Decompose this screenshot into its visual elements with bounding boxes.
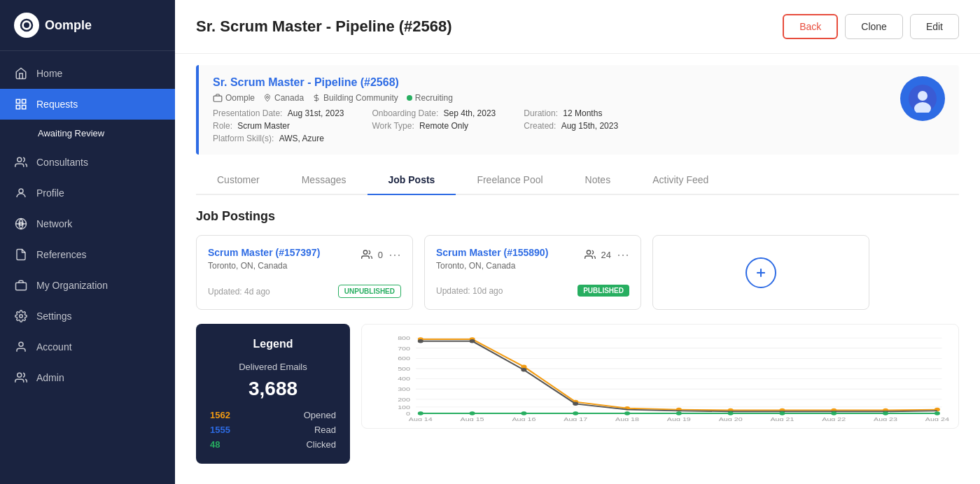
- clicked-label: Clicked: [306, 439, 336, 450]
- sidebar-item-admin[interactable]: Admin: [0, 362, 175, 393]
- svg-point-1: [24, 22, 29, 28]
- sidebar-nav: Home Requests Awaiting Review Consultant…: [0, 51, 175, 484]
- job-card-2: Scrum Master (#155890) Toronto, ON, Cana…: [424, 235, 641, 310]
- sidebar-item-consultants-label: Consultants: [36, 157, 88, 168]
- sidebar-item-admin-label: Admin: [36, 372, 64, 383]
- svg-rect-3: [22, 99, 26, 103]
- sidebar-item-account[interactable]: Account: [0, 332, 175, 362]
- sidebar-item-requests-label: Requests: [36, 99, 78, 110]
- sidebar-item-network-label: Network: [36, 218, 72, 229]
- company-name: Oomple: [225, 93, 255, 103]
- svg-text:600: 600: [398, 356, 410, 362]
- job-card-2-title[interactable]: Scrum Master (#155890): [436, 247, 548, 258]
- svg-text:Aug 22: Aug 22: [822, 417, 846, 421]
- legend-clicked: 48 Clicked: [210, 439, 336, 450]
- presentation-date-label: Presentation Date: Aug 31st, 2023: [213, 108, 344, 118]
- svg-text:Aug 20: Aug 20: [719, 417, 743, 421]
- svg-point-52: [470, 339, 475, 343]
- admin-icon: [14, 371, 28, 385]
- svg-point-14: [267, 97, 269, 99]
- back-button[interactable]: Back: [783, 14, 838, 39]
- location: Canada: [274, 93, 304, 103]
- legend-delivered-count: 3,688: [210, 378, 336, 400]
- svg-text:700: 700: [398, 346, 410, 351]
- svg-point-11: [19, 342, 23, 346]
- svg-text:100: 100: [398, 404, 410, 410]
- svg-point-12: [18, 373, 22, 377]
- svg-point-10: [20, 315, 23, 318]
- read-label: Read: [314, 425, 336, 435]
- onboarding-date-label: Onboarding Date: Sep 4th, 2023: [372, 108, 496, 118]
- job-card-1-footer: Updated: 4d ago UNPUBLISHED: [208, 285, 401, 298]
- legend-opened: 1562 Opened: [210, 410, 336, 420]
- legend-title: Legend: [210, 338, 336, 350]
- tab-notes[interactable]: Notes: [564, 166, 632, 195]
- add-job-card[interactable]: [652, 235, 869, 310]
- clone-button[interactable]: Clone: [845, 14, 903, 39]
- role-label: Role: Scrum Master: [213, 121, 344, 131]
- tab-job-posts[interactable]: Job Posts: [368, 166, 456, 195]
- svg-rect-13: [214, 96, 222, 101]
- add-job-button[interactable]: [746, 257, 776, 288]
- sidebar-item-settings[interactable]: Settings: [0, 301, 175, 332]
- card-1-menu[interactable]: ⋯: [388, 247, 401, 262]
- svg-rect-4: [16, 106, 20, 109]
- profile-icon: [14, 186, 28, 200]
- sidebar-item-profile[interactable]: Profile: [0, 178, 175, 208]
- detail-group-presentation: Presentation Date: Aug 31st, 2023 Role: …: [213, 108, 344, 143]
- tab-messages[interactable]: Messages: [281, 166, 368, 195]
- svg-point-59: [624, 411, 630, 415]
- card-2-menu[interactable]: ⋯: [617, 247, 629, 262]
- tab-freelance-pool[interactable]: Freelance Pool: [456, 166, 564, 195]
- page-header: Sr. Scrum Master - Pipeline (#2568) Back…: [175, 0, 980, 54]
- job-card-1-meta: 0 ⋯: [361, 247, 401, 262]
- sidebar-item-references-label: References: [36, 249, 87, 260]
- svg-text:400: 400: [398, 376, 410, 382]
- sidebar-item-home-label: Home: [36, 68, 62, 79]
- tab-activity-feed[interactable]: Activity Feed: [631, 166, 729, 195]
- sidebar-item-profile-label: Profile: [36, 187, 64, 199]
- svg-point-53: [521, 368, 526, 371]
- platform-skills-label: Platform Skill(s): AWS, Azure: [213, 134, 344, 143]
- profile-card: Sr. Scrum Master - Pipeline (#2568) Oomp…: [196, 65, 959, 155]
- svg-rect-5: [22, 106, 26, 109]
- svg-text:Aug 18: Aug 18: [615, 417, 639, 421]
- logo-area: Oomple: [0, 0, 175, 51]
- network-icon: [14, 217, 28, 231]
- page-title: Sr. Scrum Master - Pipeline (#2568): [196, 17, 452, 36]
- sidebar-item-home[interactable]: Home: [0, 58, 175, 89]
- profile-details: Presentation Date: Aug 31st, 2023 Role: …: [213, 108, 900, 143]
- job-postings-title: Job Postings: [196, 209, 959, 224]
- tabs: Customer Messages Job Posts Freelance Po…: [196, 166, 959, 195]
- content-area: Job Postings Scrum Master (#157397) Toro…: [175, 195, 980, 484]
- sidebar-item-references[interactable]: References: [0, 239, 175, 270]
- svg-point-7: [19, 189, 23, 193]
- job-postings-grid: Scrum Master (#157397) Toronto, ON, Cana…: [196, 235, 959, 310]
- sidebar-item-consultants[interactable]: Consultants: [0, 147, 175, 178]
- sidebar-item-network[interactable]: Network: [0, 208, 175, 239]
- location-tag: Canada: [263, 93, 304, 103]
- svg-point-6: [18, 157, 22, 162]
- svg-point-62: [779, 411, 785, 415]
- edit-button[interactable]: Edit: [910, 14, 959, 39]
- job-card-1: Scrum Master (#157397) Toronto, ON, Cana…: [196, 235, 413, 310]
- job-card-2-badge: PUBLISHED: [578, 285, 629, 297]
- job-card-1-info: Scrum Master (#157397) Toronto, ON, Cana…: [208, 247, 320, 278]
- sidebar-item-awaiting-review[interactable]: Awaiting Review: [0, 120, 175, 147]
- tab-customer[interactable]: Customer: [196, 166, 281, 195]
- job-card-2-footer: Updated: 10d ago PUBLISHED: [436, 285, 629, 297]
- svg-point-61: [728, 411, 734, 415]
- svg-text:200: 200: [398, 397, 410, 402]
- sidebar-item-settings-label: Settings: [36, 311, 72, 322]
- sidebar-item-my-organization[interactable]: My Organization: [0, 270, 175, 301]
- sidebar-item-my-organization-label: My Organization: [36, 280, 108, 291]
- sidebar-item-requests[interactable]: Requests: [0, 89, 175, 120]
- job-card-1-title[interactable]: Scrum Master (#157397): [208, 247, 320, 258]
- clicked-count: 48: [210, 439, 220, 450]
- svg-rect-9: [16, 283, 27, 290]
- read-count: 1555: [210, 425, 230, 435]
- home-icon: [14, 66, 28, 80]
- job-card-2-location: Toronto, ON, Canada: [436, 261, 548, 271]
- building-tag: Building Community: [312, 93, 398, 103]
- profile-info: Sr. Scrum Master - Pipeline (#2568) Oomp…: [213, 76, 900, 143]
